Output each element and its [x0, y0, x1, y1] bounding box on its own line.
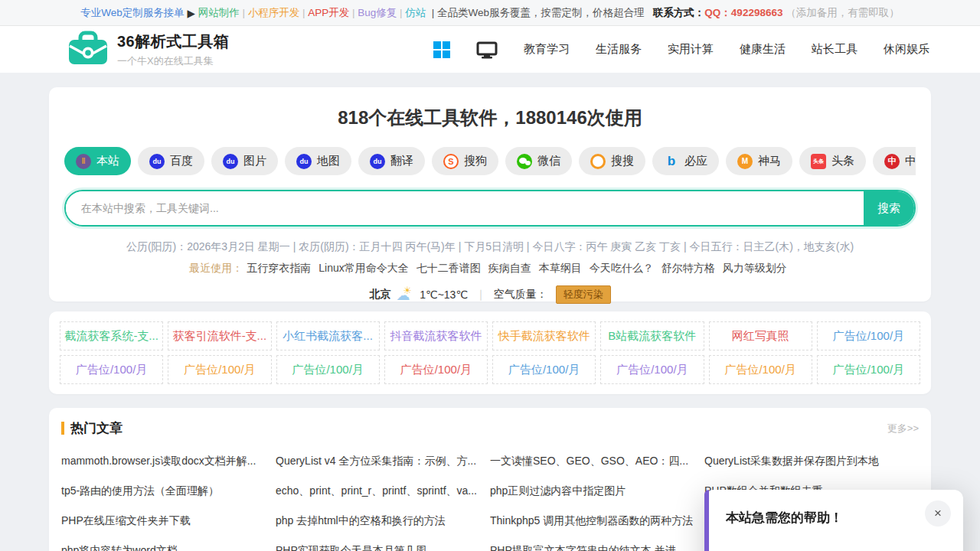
tab-label: 必应: [684, 154, 707, 168]
monitor-icon[interactable]: [476, 41, 498, 59]
close-icon[interactable]: ×: [925, 500, 951, 527]
promo-segment[interactable]: |: [397, 7, 405, 18]
search-engine-tab[interactable]: du 图片: [211, 147, 278, 175]
weather-temp: 1℃~13℃: [420, 289, 468, 301]
search-engine-tab[interactable]: 搜搜: [579, 147, 645, 175]
search-engine-tab[interactable]: ‖ 本站: [64, 147, 131, 175]
accent-bar: [61, 422, 64, 435]
nav-item[interactable]: 实用计算: [668, 42, 714, 57]
ad-slot-link[interactable]: 广告位/100/月: [168, 355, 271, 384]
article-link[interactable]: php正则过滤内容中指定图片: [490, 476, 704, 506]
article-link[interactable]: PHP在线压缩文件夹并下载: [61, 506, 276, 536]
search-engine-icon: du: [223, 154, 238, 169]
ad-slot-link[interactable]: 小红书截流获客...: [276, 321, 380, 350]
search-engine-tab[interactable]: du 翻译: [358, 147, 425, 175]
search-engine-tab[interactable]: du 百度: [138, 147, 204, 175]
recent-used-link[interactable]: 疾病自查: [488, 262, 531, 274]
partly-cloudy-icon: ☀☁: [396, 288, 414, 302]
promo-segment[interactable]: |: [349, 7, 358, 18]
search-input[interactable]: [66, 191, 864, 225]
promo-segment[interactable]: QQ：492298663: [704, 6, 782, 20]
article-link[interactable]: echo、print、print_r、printf、sprintf、va...: [276, 476, 490, 506]
site-subtitle: 一个牛X的在线工具集: [117, 54, 229, 68]
article-link[interactable]: 一文读懂SEO、GEO、GSO、AEO：四...: [490, 446, 704, 476]
nav-item[interactable]: 休闲娱乐: [884, 42, 929, 57]
article-link[interactable]: QueryList采集数据并保存图片到本地: [704, 446, 919, 476]
ad-slot-link[interactable]: 广告位/100/月: [709, 355, 812, 384]
article-link[interactable]: mammoth.browser.js读取docx文档并解...: [61, 446, 276, 476]
search-engine-tab[interactable]: 中 中国: [873, 147, 916, 175]
nav-item[interactable]: 健康生活: [740, 42, 786, 57]
recent-used-link[interactable]: 本草纲目: [539, 262, 582, 274]
donation-popup: 本站急需您的帮助！ ×: [704, 490, 963, 551]
article-link[interactable]: QueryList v4 全方位采集指南：示例、方...: [276, 446, 490, 476]
promo-segment[interactable]: 仿站: [405, 6, 426, 20]
promo-segment[interactable]: 联系方式：: [645, 6, 705, 20]
promo-bar: 专业Web定制服务接单 ▶ 网站制作 | 小程序开发 | APP开发 | Bug…: [0, 0, 980, 26]
ad-slot-link[interactable]: B站截流获客软件: [600, 321, 704, 350]
nav-item[interactable]: 生活服务: [596, 42, 642, 57]
search-engine-icon: du: [370, 154, 385, 169]
ad-panel: 截流获客系统-支... 获客引流软件-支... 小红书截流获客... 抖音截流获…: [49, 311, 931, 394]
recent-used-label: 最近使用：: [189, 262, 243, 274]
nav-item[interactable]: 站长工具: [812, 42, 858, 57]
search-engine-tab[interactable]: 头条 头条: [799, 147, 866, 175]
search-engine-tab[interactable]: M 神马: [726, 147, 792, 175]
aqi-badge: 轻度污染: [556, 285, 611, 304]
more-link[interactable]: 更多>>: [887, 422, 919, 435]
main-nav: 教育学习 生活服务 实用计算 健康生活 站长工具 休闲娱乐: [433, 41, 929, 59]
weather-city: 北京: [369, 288, 390, 302]
recent-used-link[interactable]: 风力等级划分: [723, 262, 787, 274]
search-engine-tab[interactable]: 微信: [505, 147, 572, 175]
search-engine-icon: ‖: [76, 154, 91, 169]
article-link[interactable]: php将内容转为word文档: [61, 536, 276, 551]
promo-segment[interactable]: （添加备用，有需即取）: [782, 6, 899, 20]
promo-segment[interactable]: ▶: [185, 7, 198, 19]
article-link[interactable]: PHP提取富文本字符串中的纯文本 并进...: [490, 536, 704, 551]
promo-segment[interactable]: 专业Web定制服务接单: [80, 6, 185, 20]
article-link[interactable]: tp5-路由的使用方法（全面理解）: [61, 476, 276, 506]
article-link[interactable]: PHP实现获取今天是本月第几周: [276, 536, 490, 551]
recent-used-link[interactable]: 今天吃什么？: [590, 262, 654, 274]
ad-slot-link[interactable]: 广告位/100/月: [384, 355, 488, 384]
hot-articles-header: 热门文章 更多>>: [61, 419, 919, 437]
search-engine-tab[interactable]: b 必应: [652, 147, 719, 175]
ad-slot-link[interactable]: 网红写真照: [709, 321, 812, 350]
calendar-line: 公历(阳历)：2026年3月2日 星期一 | 农历(阴历)：正月十四 丙午(马)…: [64, 240, 916, 254]
ad-slot-link[interactable]: 广告位/100/月: [817, 321, 920, 350]
promo-segment[interactable]: 小程序开发: [248, 6, 300, 20]
ad-slot-link[interactable]: 快手截流获客软件: [492, 321, 596, 350]
ad-slot-link[interactable]: 抖音截流获客软件: [384, 321, 488, 350]
search-engine-tab[interactable]: S 搜狗: [432, 147, 498, 175]
promo-segment[interactable]: 网站制作: [198, 6, 240, 20]
ad-grid: 截流获客系统-支... 获客引流软件-支... 小红书截流获客... 抖音截流获…: [60, 321, 920, 384]
ad-slot-link[interactable]: 截流获客系统-支...: [60, 321, 163, 350]
ad-slot-link[interactable]: 广告位/100/月: [492, 355, 596, 384]
tab-label: 图片: [243, 154, 266, 168]
tab-label: 搜狗: [464, 154, 487, 168]
site-logo[interactable]: 36解析式工具箱 一个牛X的在线工具集: [67, 31, 229, 69]
promo-segment[interactable]: |: [240, 7, 248, 18]
promo-segment[interactable]: | 全品类Web服务覆盖，按需定制，价格超合理: [426, 6, 644, 20]
search-button[interactable]: 搜索: [864, 191, 914, 225]
recent-used-link[interactable]: 七十二香谱图: [416, 262, 481, 274]
windows-icon[interactable]: [433, 41, 450, 58]
ad-slot-link[interactable]: 广告位/100/月: [600, 355, 704, 384]
promo-segment[interactable]: Bug修复: [358, 6, 397, 20]
article-link[interactable]: Thinkphp5 调用其他控制器函数的两种方法: [490, 506, 704, 536]
nav-item[interactable]: 教育学习: [524, 42, 570, 57]
ad-slot-link[interactable]: 获客引流软件-支...: [168, 321, 271, 350]
search-engine-icon: [590, 154, 606, 169]
recent-used-link[interactable]: Linux常用命令大全: [318, 262, 408, 274]
search-engine-tab[interactable]: du 地图: [285, 147, 351, 175]
search-engine-icon: 中: [884, 154, 900, 169]
recent-used-link[interactable]: 舒尔特方格: [662, 262, 715, 274]
recent-used-link[interactable]: 五行穿衣指南: [247, 262, 311, 274]
ad-slot-link[interactable]: 广告位/100/月: [817, 355, 920, 384]
ad-slot-link[interactable]: 广告位/100/月: [60, 355, 163, 384]
hot-articles-title: 热门文章: [70, 419, 122, 437]
article-link[interactable]: php 去掉html中的空格和换行的方法: [276, 506, 490, 536]
ad-slot-link[interactable]: 广告位/100/月: [276, 355, 380, 384]
promo-segment[interactable]: |: [299, 7, 308, 18]
promo-segment[interactable]: APP开发: [308, 6, 349, 20]
